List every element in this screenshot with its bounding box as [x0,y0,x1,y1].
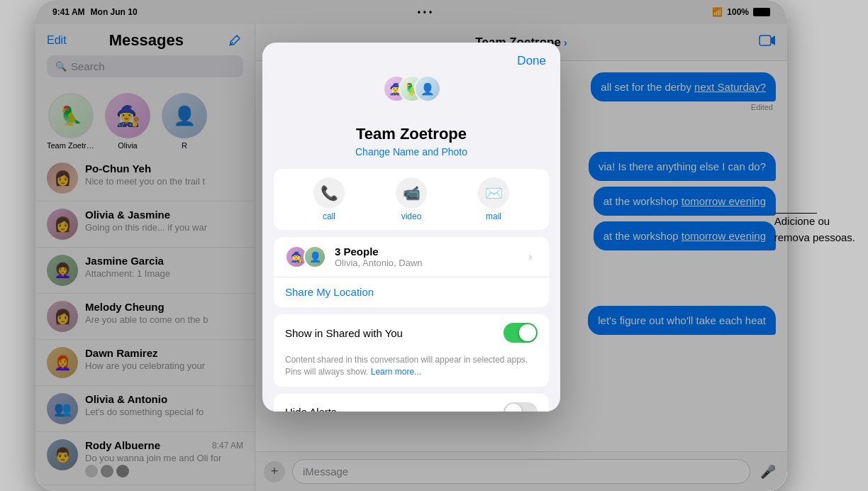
modal-group-avatars: 🧙‍♀️ 🦜 👤 [383,75,440,118]
people-names: Olivia, Antonio, Dawn [335,258,515,268]
show-shared-description: Content shared in this conversation will… [274,351,549,387]
modal-group-name: Team Zoetrope [356,125,467,143]
modal-header: Done [262,43,560,68]
show-shared-row: Show in Shared with You [274,314,549,351]
modal-avatar-3: 👤 [414,75,441,102]
people-count: 3 People [335,246,515,258]
mail-label: mail [486,211,501,221]
change-name-photo-button[interactable]: Change Name and Photo [355,146,467,158]
video-action-button[interactable]: 📹 video [383,177,440,221]
call-action-button[interactable]: 📞 call [301,177,357,221]
modal-toggle-section: Show in Shared with You Content shared i… [274,314,549,387]
people-chevron-icon: › [523,250,538,264]
modal-people-avatars: 🧙 👤 [285,246,326,268]
show-shared-toggle[interactable] [503,323,538,343]
modal-actions: 📞 call 📹 video ✉️ mail [274,169,549,230]
mail-action-button[interactable]: ✉️ mail [465,177,522,221]
modal-location-row[interactable]: Share My Location [274,277,549,307]
hide-alerts-toggle[interactable] [503,402,538,412]
modal-people-info: 3 People Olivia, Antonio, Dawn [335,246,515,268]
call-icon: 📞 [313,177,345,209]
show-shared-label: Show in Shared with You [285,327,403,339]
modal-group-info: 🧙‍♀️ 🦜 👤 Team Zoetrope Change Name and P… [262,68,560,169]
hide-alerts-row: Hide Alerts [274,394,549,412]
modal-people-row[interactable]: 🧙 👤 3 People Olivia, Antonio, Dawn › [274,237,549,277]
video-label: video [401,211,422,221]
video-icon: 📹 [396,177,427,209]
modal-people-section: 🧙 👤 3 People Olivia, Antonio, Dawn › Sha… [274,237,549,307]
call-label: call [323,211,335,221]
mail-icon: ✉️ [478,177,509,209]
modal-overlay: Done 🧙‍♀️ 🦜 👤 Team Zoetrope Change Name … [35,0,787,491]
done-button[interactable]: Done [517,54,546,68]
share-location-button[interactable]: Share My Location [285,286,374,298]
modal-sheet: Done 🧙‍♀️ 🦜 👤 Team Zoetrope Change Name … [262,43,560,412]
ipad-frame: 9:41 AM Mon Jun 10 • • • 📶 100% Edit Mes… [35,0,787,491]
people-av-2: 👤 [304,246,326,268]
learn-more-link[interactable]: Learn more... [371,367,421,377]
hide-alerts-label: Hide Alerts [285,406,337,412]
